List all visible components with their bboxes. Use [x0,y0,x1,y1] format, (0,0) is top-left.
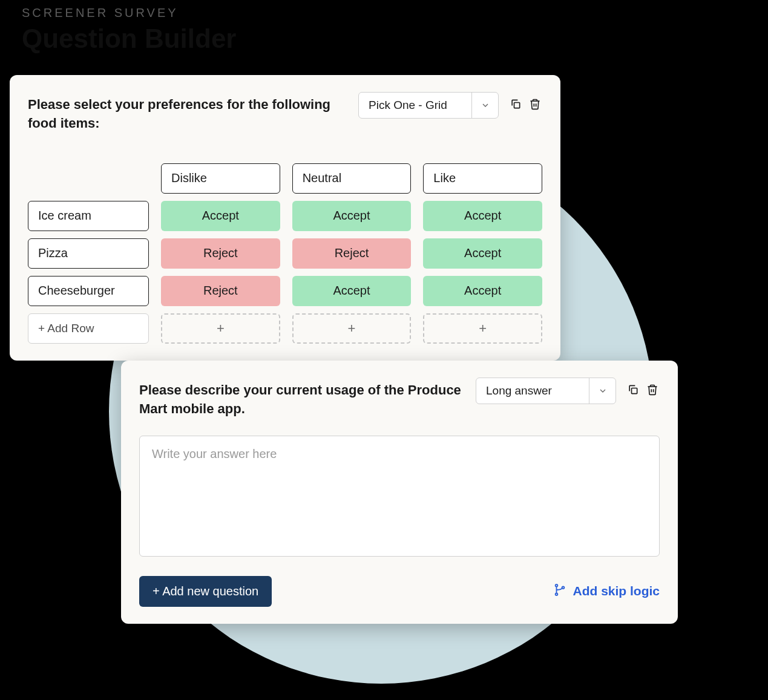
add-skip-logic-link[interactable]: Add skip logic [553,583,660,600]
question-text: Please describe your current usage of th… [139,378,466,419]
column-header[interactable]: Neutral [292,163,412,194]
duplicate-icon[interactable] [508,97,523,111]
svg-rect-0 [514,103,520,108]
branch-icon [553,583,566,600]
card-header: Please select your preferences for the f… [28,92,542,133]
add-question-button[interactable]: + Add new question [139,576,272,607]
add-cell-button[interactable]: + [423,313,542,344]
card-action-icons [626,378,660,397]
select-label: Pick One - Grid [359,93,471,118]
trash-icon[interactable] [645,382,660,397]
logic-cell-accept[interactable]: Accept [161,201,280,231]
question-type-select[interactable]: Long answer [476,378,616,404]
row-label[interactable]: Ice cream [28,201,149,231]
logic-cell-reject[interactable]: Reject [292,238,412,269]
add-cell-button[interactable]: + [292,313,412,344]
page-title: Question Builder [22,24,236,54]
select-label: Long answer [476,378,589,404]
column-header[interactable]: Dislike [161,163,280,194]
add-cell-button[interactable]: + [161,313,280,344]
section-eyebrow: SCREENER SURVEY [22,6,236,20]
svg-rect-1 [632,388,637,394]
logic-cell-accept[interactable]: Accept [292,276,412,306]
long-answer-input[interactable] [139,436,660,557]
grid-question-matrix: Dislike Neutral Like Ice cream Accept Ac… [28,163,542,344]
row-label[interactable]: Pizza [28,238,149,269]
logic-cell-reject[interactable]: Reject [161,238,280,269]
logic-cell-accept[interactable]: Accept [423,238,542,269]
page-header: SCREENER SURVEY Question Builder [22,6,236,54]
svg-point-2 [556,584,558,586]
logic-cell-accept[interactable]: Accept [423,201,542,231]
question-card-long-answer: Please describe your current usage of th… [121,361,678,624]
column-header[interactable]: Like [423,163,542,194]
logic-cell-accept[interactable]: Accept [292,201,412,231]
svg-point-3 [556,593,558,595]
chevron-down-icon [471,93,498,118]
duplicate-icon[interactable] [626,382,640,397]
logic-cell-reject[interactable]: Reject [161,276,280,306]
row-label[interactable]: Cheeseburger [28,276,149,306]
question-card-grid: Please select your preferences for the f… [10,75,560,361]
question-type-select[interactable]: Pick One - Grid [358,92,499,119]
trash-icon[interactable] [528,97,542,111]
card-footer: + Add new question Add skip logic [139,576,660,607]
logic-cell-accept[interactable]: Accept [423,276,542,306]
grid-corner-empty [28,163,149,194]
question-text: Please select your preferences for the f… [28,92,349,133]
add-row-button[interactable]: + Add Row [28,313,149,344]
card-action-icons [508,92,542,111]
chevron-down-icon [589,378,615,404]
skip-logic-label: Add skip logic [573,584,660,598]
card-header: Please describe your current usage of th… [139,378,660,419]
